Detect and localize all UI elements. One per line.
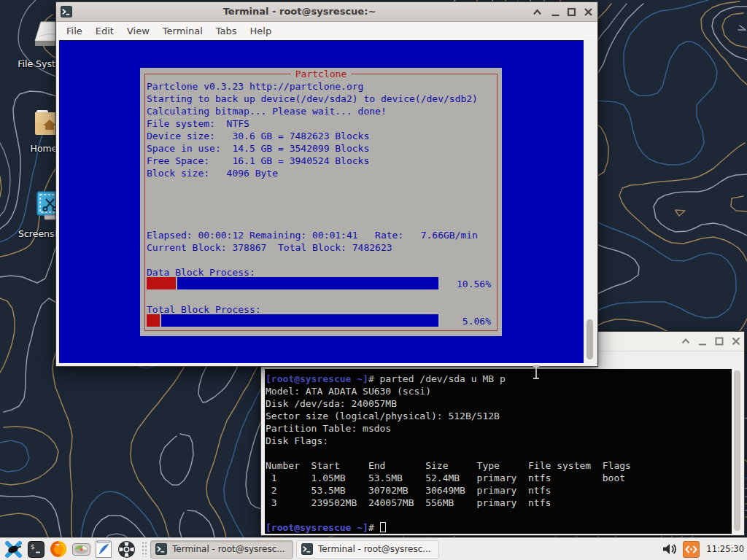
maximize-icon: [567, 7, 576, 17]
parted-table-row: 3 239502MB 240057MB 556MB primary ntfs: [266, 497, 733, 509]
partclone-line: [147, 217, 478, 229]
taskbar-button-label: Terminal - root@sysresc...: [318, 544, 431, 554]
partclone-dialog-title: Partclone: [140, 68, 502, 80]
media-reel-icon: [117, 540, 136, 559]
partclone-line: Calculating bitmap... Please wait... don…: [147, 105, 478, 117]
terminal-icon: [301, 543, 313, 555]
scrollbar-thumb[interactable]: [587, 319, 593, 359]
ibeam-mouse-cursor: [531, 365, 541, 380]
xorg-logo-icon: [4, 540, 23, 559]
close-button[interactable]: [729, 334, 743, 349]
taskbar: $: [0, 537, 747, 560]
shell-prompt: [root@sysrescue ~]: [266, 373, 368, 384]
partclone-line: Free Space: 16.1 GB = 3940524 Blocks: [147, 155, 478, 167]
maximize-button[interactable]: [564, 4, 578, 19]
partclone-line: [147, 204, 478, 217]
taskbar-button-label: Terminal - root@sysresc...: [172, 544, 285, 554]
window-title: Terminal - root@sysrescue:~: [78, 6, 521, 17]
taskbar-handle[interactable]: [142, 541, 147, 557]
progress-fill: [147, 277, 177, 289]
menu-help[interactable]: Help: [244, 24, 279, 38]
terminal-line: [266, 447, 733, 459]
partclone-dialog: Partclone Partclone v0.3.23 http://partc…: [140, 68, 502, 336]
volume-icon[interactable]: [662, 542, 678, 556]
parted-table-row: 2 53.5MB 30702MB 30649MB primary ntfs: [266, 484, 733, 497]
menubar: File Edit View Terminal Tabs Help: [57, 22, 597, 40]
terminal-window-partclone[interactable]: Terminal - root@sysrescue:~ File Edit Vi…: [55, 1, 598, 367]
partclone-line: File system: NTFS: [147, 117, 478, 130]
partclone-line: Device size: 30.6 GB = 7482623 Blocks: [147, 130, 478, 142]
gparted-icon: [72, 542, 90, 557]
partclone-line: [147, 254, 478, 266]
terminal-icon: $: [28, 541, 44, 558]
taskbar-button-terminal-1[interactable]: Terminal - root@sysresc...: [150, 540, 293, 559]
parted-table-row: 1 1.05MB 53.5MB 52.4MB primary ntfs boot: [266, 472, 733, 484]
scrollbar[interactable]: [584, 40, 595, 363]
data-block-percent: 10.56%: [381, 278, 491, 290]
close-button[interactable]: [581, 4, 595, 19]
terminal-cursor: [380, 522, 386, 532]
partclone-line: Partclone v0.3.23 http://partclone.org: [147, 80, 478, 93]
partclone-text: Partclone v0.3.23 http://partclone.org S…: [147, 80, 478, 279]
shade-button[interactable]: [530, 4, 544, 19]
taskbar-clock[interactable]: 11:25:30: [706, 544, 744, 554]
launcher-applications-xorg[interactable]: [4, 540, 23, 559]
total-block-percent: 5.06%: [381, 315, 491, 327]
menu-file[interactable]: File: [60, 24, 89, 38]
minimize-button[interactable]: [695, 334, 710, 349]
parted-table-header: Number Start End Size Type File system F…: [266, 459, 733, 472]
progress-fill: [147, 314, 161, 327]
maximize-icon: [715, 337, 724, 346]
taskbar-button-terminal-2[interactable]: Terminal - root@sysresc...: [296, 540, 439, 559]
shell-prompt: [root@sysrescue ~]: [266, 522, 368, 533]
firefox-icon: [50, 540, 67, 558]
minimize-icon: [551, 7, 560, 17]
network-tray-icon[interactable]: [683, 541, 700, 558]
menu-edit[interactable]: Edit: [89, 24, 120, 38]
scrollbar[interactable]: [732, 369, 742, 534]
terminal-blank-line: [266, 509, 733, 521]
scrollbar-thumb[interactable]: [734, 370, 740, 531]
terminal-prompt-line: [root@sysrescue ~]# parted /dev/sda u MB…: [266, 373, 733, 385]
minimize-button[interactable]: [548, 4, 562, 19]
desktop-root: { "desktop": { "icons": [ { "label": "Fi…: [0, 0, 747, 560]
system-tray: 11:25:30: [662, 541, 747, 558]
minimize-icon: [698, 337, 707, 346]
partclone-line: Starting to back up device(/dev/sda2) to…: [147, 93, 478, 105]
launcher-gparted[interactable]: [71, 540, 90, 559]
terminal-line: Sector size (logical/physical): 512B/512…: [266, 410, 733, 422]
close-icon: [732, 337, 740, 346]
partclone-line: Elapsed: 00:00:12 Remaining: 00:01:41 Ra…: [147, 229, 478, 241]
partclone-line: [147, 192, 478, 204]
menu-tabs[interactable]: Tabs: [209, 24, 244, 38]
menu-terminal[interactable]: Terminal: [156, 24, 209, 38]
window1-titlebar[interactable]: Terminal - root@sysrescue:~: [56, 2, 597, 22]
svg-text:$: $: [31, 543, 34, 551]
terminal-line: Disk /dev/sda: 240057MB: [266, 397, 733, 410]
launcher-featherpad[interactable]: [94, 540, 113, 559]
terminal-icon: [61, 6, 72, 18]
partclone-line: Block size: 4096 Byte: [147, 167, 478, 179]
partclone-line: Space in use: 14.5 GB = 3542099 Blocks: [147, 142, 478, 155]
terminal-prompt-line: [root@sysrescue ~]#: [266, 521, 733, 534]
terminal-output-area[interactable]: [root@sysrescue ~]# parted /dev/sda u MB…: [265, 369, 733, 534]
terminal-line: Partition Table: msdos: [266, 422, 733, 435]
shell-command: parted /dev/sda u MB p: [380, 373, 506, 384]
launcher-media-reel[interactable]: [117, 540, 136, 559]
terminal-line: Disk Flags:: [266, 435, 733, 447]
chevron-up-icon: [681, 338, 690, 344]
partclone-line: [147, 179, 478, 192]
featherpad-icon: [95, 540, 112, 559]
partclone-line: Current Block: 378867 Total Block: 74826…: [147, 241, 478, 254]
launcher-firefox[interactable]: [49, 540, 68, 559]
terminal-icon: [155, 543, 167, 555]
maximize-button[interactable]: [712, 334, 727, 349]
launcher-terminal[interactable]: $: [26, 540, 45, 559]
menu-view[interactable]: View: [120, 24, 156, 38]
terminal-line: Model: ATA ADATA SU630 (scsi): [266, 385, 733, 397]
shade-button[interactable]: [678, 334, 693, 349]
terminal-ncurses-area[interactable]: Partclone Partclone v0.3.23 http://partc…: [59, 40, 585, 363]
close-icon: [584, 7, 593, 17]
chevron-up-icon: [533, 9, 542, 15]
